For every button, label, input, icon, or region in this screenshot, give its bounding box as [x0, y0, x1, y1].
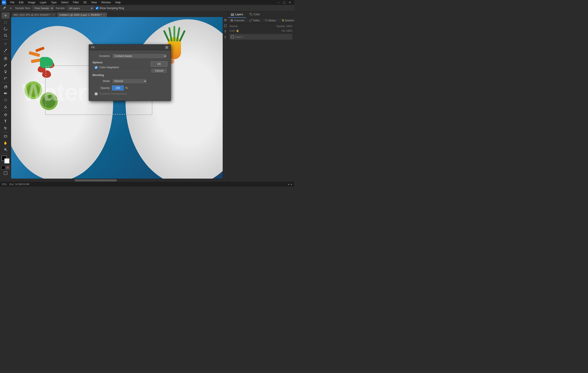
- quick-mask-off[interactable]: [1, 166, 5, 169]
- vert-side-icons: T ¶: [223, 17, 228, 182]
- screen-mode-btn[interactable]: [4, 171, 8, 176]
- tab-untitled1[interactable]: Untitled-1 @ 100% (Layer 1, RGB/8#) * ✕: [57, 12, 107, 17]
- menu-help[interactable]: Help: [113, 0, 122, 4]
- marquee-tool[interactable]: ⬚: [1, 19, 10, 25]
- text-tool[interactable]: T: [1, 118, 10, 125]
- svg-rect-31: [283, 19, 284, 20]
- svg-point-0: [4, 34, 6, 36]
- menu-3d[interactable]: 3D: [81, 0, 88, 4]
- show-sampling-ring-checkbox[interactable]: [95, 7, 98, 10]
- fill-dialog-titlebar[interactable]: Fill ✕: [89, 45, 171, 50]
- ps-logo: Ps: [2, 0, 6, 5]
- maximize-button[interactable]: ▢: [282, 0, 287, 5]
- foreground-background-colors[interactable]: [1, 156, 10, 163]
- svg-point-10: [4, 107, 7, 108]
- pen-tool[interactable]: [1, 112, 10, 118]
- panel-tab-layers[interactable]: Layers: [228, 11, 246, 18]
- menu-file[interactable]: File: [9, 0, 16, 4]
- menu-layer[interactable]: Layer: [38, 0, 48, 4]
- menu-filter[interactable]: Filter: [71, 0, 81, 4]
- rectangle-tool[interactable]: [1, 133, 10, 139]
- opacity-input[interactable]: [112, 86, 124, 91]
- brush-tool[interactable]: [1, 62, 10, 68]
- swatches-icon: [281, 19, 284, 22]
- clone-stamp-tool[interactable]: [1, 69, 10, 75]
- contents-row: Contents: Content-Aware Foreground Color…: [93, 53, 167, 59]
- vert-icon-1[interactable]: [223, 18, 227, 22]
- hscroll-thumb[interactable]: [74, 179, 117, 181]
- panel-subtab-history[interactable]: History: [262, 18, 279, 23]
- right-panel: Layers Color Channels: [228, 11, 294, 182]
- tab-img2937[interactable]: IMG_2937.JPG @ 50% (RGB/8*) * ✕: [11, 12, 57, 17]
- scroll-right-btn[interactable]: ▸: [291, 183, 292, 186]
- menu-bar: Ps File Edit Image Layer Type Select Fil…: [0, 0, 294, 5]
- lasso-tool[interactable]: [1, 26, 10, 32]
- background-color[interactable]: [4, 158, 10, 163]
- menu-window[interactable]: Window: [100, 0, 113, 4]
- panel-subtab-channels[interactable]: Channels: [228, 18, 247, 23]
- zoom-tool[interactable]: [1, 147, 10, 153]
- vert-icon-2[interactable]: [223, 24, 227, 28]
- quick-mask-on[interactable]: [6, 166, 10, 169]
- healing-tool[interactable]: [1, 55, 10, 62]
- history-brush-tool[interactable]: [1, 75, 10, 81]
- menu-type[interactable]: Type: [49, 0, 58, 4]
- opacity-unit: %: [125, 86, 128, 90]
- eraser-tool[interactable]: [1, 84, 10, 90]
- left-toolbar: ✛ ⬚ ⊹: [0, 11, 11, 182]
- color-adaptation-label: Color Adaptation: [99, 66, 119, 69]
- menu-select[interactable]: Select: [59, 0, 70, 4]
- mode-select[interactable]: Normal Dissolve Darken Multiply Overlay …: [112, 79, 147, 84]
- toolbar-separator-3: [2, 82, 9, 83]
- hand-tool[interactable]: ✋: [1, 140, 10, 146]
- minimize-button[interactable]: ─: [276, 0, 281, 5]
- tab-close-img2937[interactable]: ✕: [52, 13, 54, 16]
- path-selection-tool[interactable]: [1, 125, 10, 131]
- svg-rect-34: [231, 35, 234, 38]
- sample-label: Sample:: [56, 7, 65, 10]
- fill-cancel-button[interactable]: Cancel: [151, 68, 168, 73]
- scroll-left-btn[interactable]: ◂: [288, 183, 289, 186]
- eyedropper-tool[interactable]: [1, 47, 10, 53]
- menu-view[interactable]: View: [89, 0, 99, 4]
- mode-label: Mode:: [93, 80, 110, 83]
- move-tool[interactable]: ✛: [1, 12, 10, 19]
- contents-select[interactable]: Content-Aware Foreground Color Backgroun…: [112, 53, 167, 59]
- svg-point-9: [4, 99, 7, 101]
- color-adaptation-row: Color Adaptation: [93, 66, 147, 69]
- sample-select[interactable]: All Layers: [67, 6, 94, 11]
- blur-tool[interactable]: [1, 97, 10, 103]
- vert-icon-text[interactable]: T: [223, 30, 227, 34]
- menu-image[interactable]: Image: [26, 0, 37, 4]
- contents-label: Contents:: [93, 54, 110, 58]
- svg-rect-30: [282, 19, 282, 20]
- tabs-bar: IMG_2937.JPG @ 50% (RGB/8*) * ✕ Untitled…: [11, 11, 228, 17]
- color-adaptation-checkbox[interactable]: [95, 66, 98, 69]
- preserve-transparency-checkbox[interactable]: [95, 92, 98, 95]
- panel-tab-color[interactable]: Color: [246, 11, 263, 18]
- history-icon: [265, 19, 267, 22]
- dialog-divider-1: [93, 71, 147, 71]
- menu-edit[interactable]: Edit: [17, 0, 25, 4]
- crop-tool[interactable]: ⊹: [1, 40, 10, 47]
- fill-ok-button[interactable]: OK: [151, 61, 168, 67]
- fill-dialog-close[interactable]: ✕: [165, 46, 168, 49]
- vert-icon-para[interactable]: ¶: [223, 36, 227, 40]
- zoom-level: 50%: [2, 183, 7, 185]
- show-sampling-ring-label[interactable]: Show Sampling Ring: [95, 7, 124, 10]
- quick-selection-tool[interactable]: [1, 32, 10, 39]
- close-button[interactable]: ✕: [287, 0, 292, 5]
- preserve-transparency-label: Preserve Transparency: [99, 92, 127, 95]
- channels-icon: [231, 19, 233, 22]
- sample-size-select[interactable]: Point Sample: [33, 6, 54, 11]
- tab-close-untitled1[interactable]: ✕: [103, 13, 105, 16]
- hscroll[interactable]: [11, 179, 223, 182]
- preserve-transparency-row: Preserve Transparency: [93, 92, 147, 95]
- svg-rect-27: [231, 21, 233, 21]
- mode-row: Mode: Normal Dissolve Darken Multiply Ov…: [93, 79, 147, 84]
- panel-subtab-swatches[interactable]: Swatches: [279, 18, 294, 23]
- dodge-tool[interactable]: [1, 103, 10, 110]
- svg-rect-20: [224, 25, 226, 27]
- panel-subtab-paths[interactable]: Paths: [247, 18, 262, 23]
- gradient-tool[interactable]: [1, 90, 10, 96]
